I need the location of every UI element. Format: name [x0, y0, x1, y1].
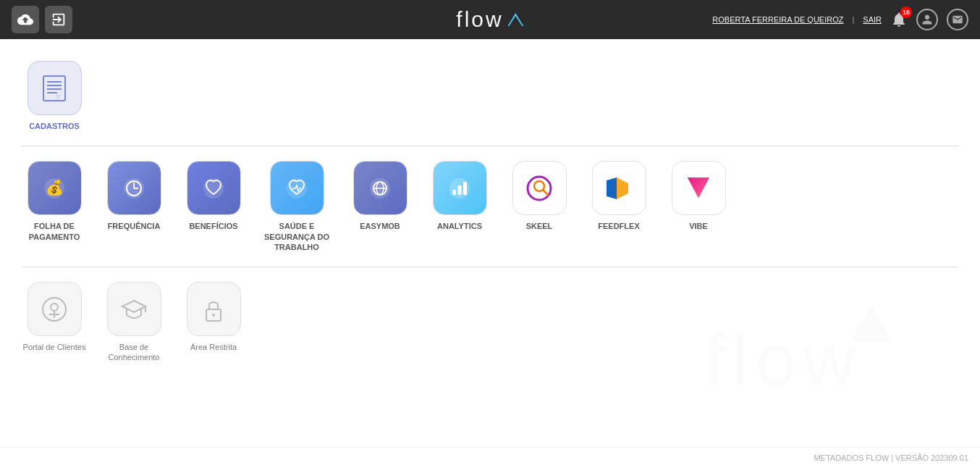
header-separator: |	[852, 15, 854, 24]
app-label-base: Base de Conhecimento	[101, 342, 166, 363]
app-label-beneficios: BENEFÍCIOS	[189, 221, 237, 231]
app-icon-analytics	[433, 161, 487, 215]
vibe-svg-icon	[680, 170, 717, 206]
logo-text: flow	[456, 7, 503, 32]
notification-count: 16	[900, 7, 912, 18]
app-icon-cadastros: ☞	[28, 61, 82, 115]
restrita-svg-icon	[198, 293, 229, 325]
app-icon-saude	[270, 161, 324, 215]
app-label-restrita: Área Restrita	[190, 342, 237, 352]
app-label-analytics: ANALYTICS	[437, 221, 482, 231]
notification-bell[interactable]: 16	[890, 11, 908, 28]
app-icon-restrita	[187, 282, 241, 336]
app-item-easymob[interactable]: EASYMOB	[347, 161, 413, 252]
app-label-vibe: VIBE	[689, 221, 708, 231]
person-icon	[921, 14, 933, 25]
svg-rect-23	[463, 182, 467, 195]
app-icon-feedflex	[592, 161, 646, 215]
app-label-feedflex: FEEDFLEX	[598, 221, 639, 231]
app-icon-portal	[28, 282, 82, 336]
app-item-frequencia[interactable]: FREQUÊNCIA	[101, 161, 166, 252]
beneficios-svg-icon	[198, 172, 229, 204]
app-icon-folha: 💰	[28, 161, 82, 215]
app-icon-skeel	[512, 161, 567, 215]
svg-rect-21	[452, 190, 456, 195]
app-label-frequencia: FREQUÊNCIA	[108, 221, 161, 231]
svg-marker-30	[688, 177, 709, 198]
app-item-cadastros[interactable]: ☞ CADASTROS	[22, 61, 87, 131]
analytics-svg-icon	[444, 172, 476, 204]
app-icon-base	[107, 282, 161, 336]
app-item-saude[interactable]: SAÚDE E SEGURANÇA DO TRABALHO	[261, 161, 333, 252]
app-label-saude: SAÚDE E SEGURANÇA DO TRABALHO	[261, 221, 333, 252]
portal-svg-icon	[38, 293, 70, 325]
svg-line-26	[543, 190, 548, 195]
app-item-restrita[interactable]: Área Restrita	[181, 282, 246, 363]
cloud-upload-button[interactable]	[12, 6, 39, 33]
cadastros-svg-icon: ☞	[39, 73, 69, 104]
header: flow ROBERTA FERREIRA DE QUEIROZ | SAIR …	[0, 0, 980, 39]
logo-arrow-icon	[508, 13, 524, 26]
app-icon-frequencia	[107, 161, 161, 215]
section-cadastros: ☞ CADASTROS	[22, 54, 958, 138]
saude-svg-icon	[281, 172, 313, 204]
skeel-svg-icon	[521, 170, 557, 206]
app-item-vibe[interactable]: VIBE	[666, 161, 731, 252]
svg-text:flow: flow	[705, 319, 863, 401]
svg-text:☞: ☞	[55, 93, 62, 101]
app-icon-easymob	[353, 161, 407, 215]
app-icon-vibe	[672, 161, 726, 215]
app-label-easymob: EASYMOB	[360, 221, 400, 231]
app-item-folha[interactable]: 💰 FOLHA DE PAGAMENTO	[22, 161, 87, 252]
svg-rect-22	[458, 185, 462, 195]
app-grid-main: 💰 FOLHA DE PAGAMENTO FREQUÊNCIA	[22, 154, 958, 259]
header-right: ROBERTA FERREIRA DE QUEIROZ | SAIR 16	[712, 9, 968, 30]
header-logo: flow	[456, 7, 523, 32]
app-label-skeel: SKEEL	[526, 221, 553, 231]
folha-svg-icon: 💰	[38, 172, 70, 204]
app-item-portal[interactable]: Portal de Clientes	[22, 282, 87, 363]
app-item-analytics[interactable]: ANALYTICS	[427, 161, 492, 252]
section-main-apps: 💰 FOLHA DE PAGAMENTO FREQUÊNCIA	[22, 154, 958, 259]
svg-text:💰: 💰	[46, 179, 64, 196]
app-label-cadastros: CADASTROS	[29, 121, 80, 131]
envelope-icon	[952, 14, 963, 25]
divider-2	[22, 267, 958, 267]
header-left	[12, 6, 72, 33]
base-svg-icon	[118, 293, 150, 325]
exit-button[interactable]	[45, 6, 72, 33]
footer-text: METADADOS FLOW | VERSÃO 202309.01	[814, 454, 968, 462]
app-item-skeel[interactable]: SKEEL	[507, 161, 572, 252]
sair-link[interactable]: SAIR	[863, 15, 882, 24]
svg-marker-28	[617, 177, 628, 199]
app-item-base[interactable]: Base de Conhecimento	[101, 282, 166, 363]
user-name[interactable]: ROBERTA FERREIRA DE QUEIROZ	[712, 15, 843, 24]
app-icon-beneficios	[187, 161, 241, 215]
frequencia-svg-icon	[118, 172, 150, 204]
svg-marker-35	[122, 301, 145, 312]
app-item-feedflex[interactable]: FEEDFLEX	[586, 161, 651, 252]
footer: METADADOS FLOW | VERSÃO 202309.01	[0, 448, 980, 468]
svg-point-32	[51, 304, 58, 311]
watermark-logo: flow	[690, 298, 980, 443]
divider-1	[22, 146, 958, 146]
svg-point-38	[212, 314, 215, 317]
app-label-folha: FOLHA DE PAGAMENTO	[22, 221, 87, 242]
feedflex-svg-icon	[601, 170, 637, 206]
user-avatar-button[interactable]	[916, 9, 938, 30]
svg-marker-27	[607, 177, 617, 199]
easymob-svg-icon	[364, 172, 396, 204]
watermark: flow	[690, 298, 980, 446]
app-label-portal: Portal de Clientes	[23, 342, 86, 352]
message-button[interactable]	[947, 9, 968, 30]
app-item-beneficios[interactable]: BENEFÍCIOS	[181, 161, 246, 252]
app-grid-cadastros: ☞ CADASTROS	[22, 54, 958, 138]
